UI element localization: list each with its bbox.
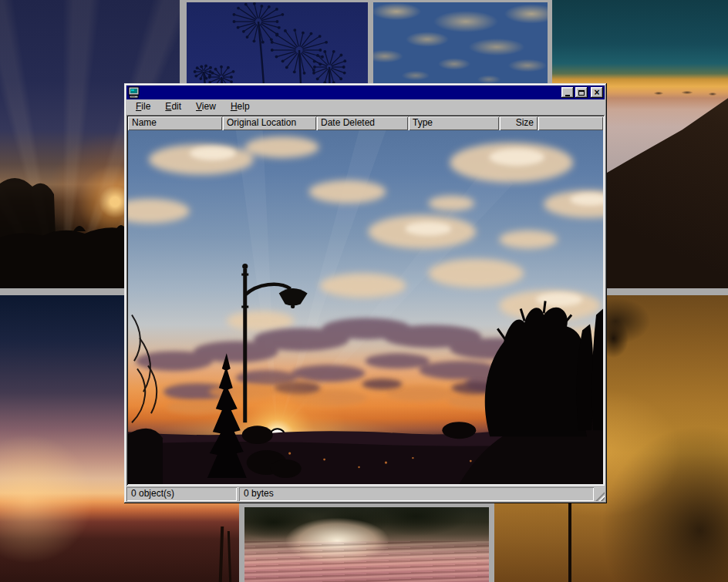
menu-item-help[interactable]: Help xyxy=(225,99,255,114)
menu-bar: FileEditViewHelp xyxy=(126,99,605,114)
computer-icon xyxy=(128,86,140,99)
column-header-type[interactable]: Type xyxy=(409,116,499,130)
island-silhouettes xyxy=(645,89,722,97)
recycle-bin-window: × FileEditViewHelp NameOriginal Location… xyxy=(124,83,607,503)
sunset-lamp-photo xyxy=(128,130,603,484)
column-header-name[interactable]: Name xyxy=(128,116,222,130)
menu-accel: F xyxy=(136,101,141,112)
column-header-blank[interactable] xyxy=(538,116,603,130)
water-pole xyxy=(228,531,231,582)
status-objects: 0 object(s) xyxy=(126,487,237,501)
maximize-button[interactable] xyxy=(575,87,588,98)
close-button[interactable]: × xyxy=(591,87,603,98)
list-view[interactable]: NameOriginal LocationDate DeletedTypeSiz… xyxy=(126,115,605,486)
menu-item-view[interactable]: View xyxy=(190,99,221,114)
column-header-row: NameOriginal LocationDate DeletedTypeSiz… xyxy=(128,116,603,130)
folder-background-photo xyxy=(128,130,603,484)
window-titlebar[interactable]: × xyxy=(126,86,605,99)
menu-accel: E xyxy=(165,101,171,112)
minimize-button[interactable] xyxy=(561,87,574,98)
resize-grip[interactable] xyxy=(595,492,605,501)
close-icon: × xyxy=(594,89,599,96)
column-header-date-deleted[interactable]: Date Deleted xyxy=(317,116,408,130)
menu-accel: V xyxy=(196,101,202,112)
menu-accel: H xyxy=(231,101,238,112)
menu-item-file[interactable]: File xyxy=(130,99,156,114)
maximize-icon xyxy=(578,90,585,96)
window-controls: × xyxy=(561,87,603,98)
column-header-original-location[interactable]: Original Location xyxy=(223,116,316,130)
status-bar: 0 object(s) 0 bytes xyxy=(126,487,605,501)
minimize-icon xyxy=(565,95,570,96)
wallpaper-photo-water-reflections xyxy=(244,507,489,582)
water-pole xyxy=(219,526,224,582)
menu-item-edit[interactable]: Edit xyxy=(160,99,187,114)
status-bytes: 0 bytes xyxy=(239,487,594,501)
column-header-size[interactable]: Size xyxy=(500,116,538,130)
